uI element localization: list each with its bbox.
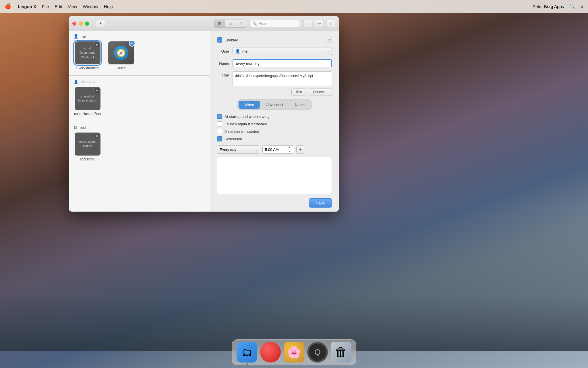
schedule-controls: Every day ⌄ 5:00 AM ▲ ▼ + bbox=[217, 145, 332, 154]
section-me: 👤 me bbox=[69, 31, 210, 40]
dock-finder[interactable]: 🗂 bbox=[237, 342, 257, 363]
list-view-button[interactable]: ≡ bbox=[225, 20, 236, 27]
add-schedule-button[interactable]: + bbox=[296, 145, 304, 154]
minimize-button[interactable] bbox=[79, 22, 83, 26]
time-stepper[interactable]: ▲ ▼ bbox=[287, 145, 291, 154]
enabled-checkbox[interactable]: ✓ bbox=[217, 37, 222, 43]
safari-edit-badge: ✏ bbox=[129, 40, 135, 47]
select-arrow-icon: ⌄ bbox=[327, 49, 329, 53]
section-me-label: me bbox=[81, 34, 86, 39]
launch-again-row: Launch again if it crashes bbox=[217, 121, 332, 126]
user-value: me bbox=[242, 49, 247, 53]
dock: 🗂 🌸 Q 🗑 bbox=[232, 339, 356, 365]
scheduled-row: ✓ Scheduled bbox=[217, 136, 332, 141]
section-all-users: 👤 all users bbox=[69, 77, 210, 86]
dock-sphere[interactable] bbox=[260, 342, 281, 363]
safari-compass-icon: 🧭 bbox=[114, 46, 128, 60]
launch-again-checkbox[interactable] bbox=[217, 121, 222, 126]
titlebar: + ⊞ ≡ ? 🔍 Filter ↑ ✏ ℹ bbox=[69, 16, 339, 31]
dock-quicktime[interactable]: Q bbox=[307, 342, 328, 363]
terminal-badge: ■ bbox=[95, 43, 99, 47]
frequency-select[interactable]: Every day ⌄ bbox=[217, 145, 260, 154]
divider-1 bbox=[69, 75, 210, 76]
enabled-row: ✓ Enabled ? bbox=[217, 37, 332, 43]
item-every-morning[interactable]: ■ sh ~/ Documents /MyScript Every mornin… bbox=[72, 41, 102, 71]
menubar: 🍎 Lingon X File Edit View Window Help Pe… bbox=[0, 0, 588, 13]
choose-button[interactable]: Choose... bbox=[309, 89, 332, 95]
filter-search[interactable]: 🔍 Filter bbox=[249, 20, 301, 27]
name-input[interactable] bbox=[233, 59, 332, 67]
allusers-terminal-badge: ■ bbox=[95, 88, 99, 93]
run-buttons: Test Choose... bbox=[233, 89, 332, 95]
dock-trash[interactable]: 🗑 bbox=[331, 342, 351, 363]
time-value: 5:00 AM bbox=[265, 147, 279, 152]
info-button[interactable]: ℹ bbox=[326, 20, 335, 27]
scheduled-checkbox[interactable]: ✓ bbox=[217, 136, 222, 141]
frequency-value: Every day bbox=[220, 147, 236, 152]
volume-label: A volume is mounted bbox=[225, 129, 259, 134]
safari-label: Safari bbox=[117, 66, 125, 71]
user-label: User bbox=[217, 49, 229, 53]
user-avatar-icon: 👤 bbox=[235, 49, 240, 53]
tab-notes[interactable]: Notes bbox=[289, 101, 310, 109]
item-rootscript[interactable]: ■ touch / Users/ nenne/ rootscript bbox=[72, 133, 102, 162]
edit-menu[interactable]: Edit bbox=[55, 4, 62, 9]
user-icon: 👤 bbox=[74, 34, 78, 39]
run-input[interactable]: /bin/sh /Users/peterborgapps/Documents/ … bbox=[233, 71, 332, 86]
item-safari[interactable]: ✏ 🧭 Safari bbox=[106, 41, 136, 71]
tab-when[interactable]: When bbox=[239, 101, 260, 109]
share-button[interactable]: ↑ bbox=[303, 20, 312, 27]
maximize-button[interactable] bbox=[85, 22, 89, 26]
rootscript-label: rootscript bbox=[80, 157, 94, 162]
add-item-button[interactable]: + bbox=[96, 20, 105, 27]
item-com-allusers[interactable]: ■ sh /usr/bin/ local/ script.sh com.allu… bbox=[72, 87, 102, 116]
startup-label: At startup and when saving bbox=[225, 114, 270, 119]
save-button[interactable]: Save bbox=[309, 198, 332, 208]
section-root-label: root bbox=[80, 125, 86, 130]
menubar-search-icon[interactable]: 🔍 bbox=[570, 4, 575, 9]
startup-row: ✓ At startup and when saving bbox=[217, 114, 332, 119]
search-icon: 🔍 bbox=[252, 21, 257, 26]
every-morning-icon: ■ sh ~/ Documents /MyScript bbox=[75, 41, 100, 64]
every-morning-label: Every morning bbox=[76, 66, 98, 71]
file-menu[interactable]: File bbox=[42, 4, 49, 9]
com-allusers-icon: ■ sh /usr/bin/ local/ script.sh bbox=[75, 87, 100, 110]
root-items-grid: ■ touch / Users/ nenne/ rootscript bbox=[69, 131, 210, 165]
name-row: Name bbox=[217, 59, 332, 67]
run-value-text: /bin/sh /Users/peterborgapps/Documents/ … bbox=[235, 74, 313, 78]
help-button[interactable]: ? bbox=[326, 37, 332, 43]
tabs-row: When Advanced Notes bbox=[237, 99, 312, 110]
view-menu[interactable]: View bbox=[68, 4, 77, 9]
tab-advanced[interactable]: Advanced bbox=[260, 101, 289, 109]
grid-view-button[interactable]: ⊞ bbox=[214, 20, 225, 27]
rootscript-icon: ■ touch / Users/ nenne/ bbox=[75, 133, 100, 156]
volume-checkbox[interactable] bbox=[217, 129, 222, 134]
mountain-overlay bbox=[0, 207, 588, 351]
safari-icon-wrapper: ✏ 🧭 bbox=[108, 41, 134, 64]
view-toggle: ⊞ ≡ ? bbox=[214, 20, 247, 28]
info-view-button[interactable]: ? bbox=[236, 20, 247, 27]
menubar-user: Peter Borg Apps bbox=[533, 4, 564, 9]
user-select[interactable]: 👤 me ⌄ bbox=[233, 47, 332, 55]
apple-menu-icon[interactable]: 🍎 bbox=[5, 3, 11, 9]
frequency-arrow-icon: ⌄ bbox=[255, 148, 258, 152]
menubar-menu-icon[interactable]: ≡ bbox=[581, 4, 583, 9]
app-name-menu[interactable]: Lingon X bbox=[18, 4, 36, 9]
close-button[interactable] bbox=[72, 22, 76, 26]
enabled-left: ✓ Enabled bbox=[217, 37, 238, 43]
edit-button[interactable]: ✏ bbox=[315, 20, 324, 27]
startup-checkbox[interactable]: ✓ bbox=[217, 114, 222, 119]
test-button[interactable]: Test bbox=[291, 89, 306, 95]
name-label: Name bbox=[217, 61, 229, 66]
volume-row: A volume is mounted bbox=[217, 129, 332, 134]
run-form-area: /bin/sh /Users/peterborgapps/Documents/ … bbox=[233, 71, 332, 95]
dock-pinwheel[interactable]: 🌸 bbox=[284, 342, 304, 363]
root-icon: 🖥 bbox=[74, 125, 78, 130]
time-select[interactable]: 5:00 AM ▲ ▼ bbox=[262, 145, 294, 154]
launch-again-label: Launch again if it crashes bbox=[225, 122, 267, 126]
help-menu[interactable]: Help bbox=[104, 4, 113, 9]
right-panel: ✓ Enabled ? User 👤 me ⌄ Name bbox=[210, 31, 339, 212]
me-items-grid: ■ sh ~/ Documents /MyScript Every mornin… bbox=[69, 40, 210, 74]
window-menu[interactable]: Window bbox=[83, 4, 98, 9]
finder-dot bbox=[246, 363, 248, 365]
